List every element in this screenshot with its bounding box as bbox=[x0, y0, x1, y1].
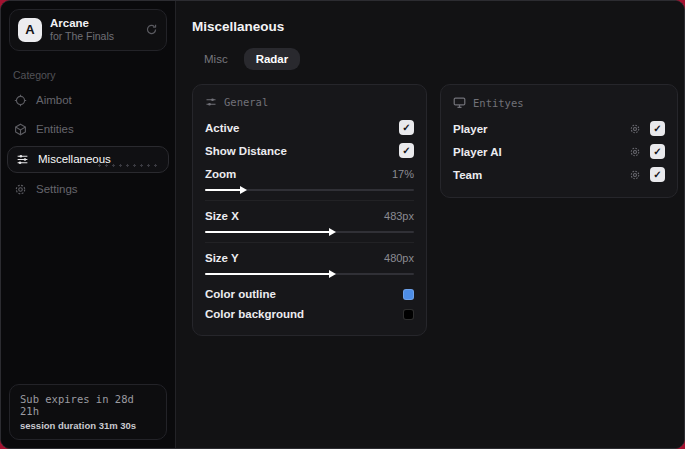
color-outline-swatch[interactable] bbox=[403, 289, 414, 300]
slider-label: Zoom bbox=[205, 168, 236, 180]
slider-value: 483px bbox=[384, 210, 414, 222]
sidebar-item-aimbot[interactable]: Aimbot bbox=[1, 87, 175, 114]
entity-row-player-ai: Player AI ✓ bbox=[453, 140, 665, 163]
color-outline-row: Color outline bbox=[205, 284, 414, 304]
gear-icon[interactable] bbox=[629, 123, 641, 135]
sidebar-item-label: Settings bbox=[36, 183, 78, 195]
brand-card: A Arcane for The Finals bbox=[9, 9, 167, 51]
toggle-label: Show Distance bbox=[205, 145, 287, 157]
app-window: A Arcane for The Finals Category Aimbot bbox=[0, 0, 685, 449]
refresh-icon[interactable] bbox=[145, 23, 158, 36]
slider-value: 17% bbox=[392, 168, 414, 180]
dots-decoration bbox=[96, 162, 158, 169]
divider bbox=[205, 242, 414, 243]
entity-label: Player AI bbox=[453, 146, 502, 158]
gear-icon bbox=[14, 183, 27, 196]
tab-radar[interactable]: Radar bbox=[244, 48, 301, 70]
slider-label: Size X bbox=[205, 210, 239, 222]
category-label: Category bbox=[13, 69, 163, 81]
gear-icon[interactable] bbox=[629, 146, 641, 158]
slider-value: 480px bbox=[384, 252, 414, 264]
toggle-row-show-distance: Show Distance ✓ bbox=[205, 139, 414, 162]
monitor-icon bbox=[453, 96, 466, 109]
sidebar-item-label: Aimbot bbox=[36, 94, 72, 106]
crosshair-icon bbox=[14, 94, 27, 107]
session-duration-text: session duration 31m 30s bbox=[20, 420, 156, 431]
toggle-row-active: Active ✓ bbox=[205, 116, 414, 139]
active-checkbox[interactable]: ✓ bbox=[399, 120, 414, 135]
page-title: Miscellaneous bbox=[192, 19, 678, 34]
size-x-slider[interactable] bbox=[205, 231, 414, 233]
sidebar: A Arcane for The Finals Category Aimbot bbox=[1, 1, 176, 448]
sidebar-item-label: Entities bbox=[36, 123, 74, 135]
general-panel: General Active ✓ Show Distance ✓ Zoom 17… bbox=[192, 84, 427, 336]
slider-thumb[interactable] bbox=[329, 270, 336, 278]
sidebar-item-settings[interactable]: Settings bbox=[1, 176, 175, 203]
general-panel-header: General bbox=[205, 96, 414, 108]
entity-label: Player bbox=[453, 123, 488, 135]
cube-icon bbox=[14, 123, 27, 136]
slider-thumb[interactable] bbox=[240, 186, 247, 194]
toggle-label: Active bbox=[205, 122, 240, 134]
team-checkbox[interactable]: ✓ bbox=[650, 167, 665, 182]
entity-row-team: Team ✓ bbox=[453, 163, 665, 186]
entities-panel-header: Entityes bbox=[453, 96, 665, 109]
brand-text: Arcane for The Finals bbox=[50, 16, 137, 44]
sidebar-item-entities[interactable]: Entities bbox=[1, 116, 175, 143]
zoom-slider-group: Zoom 17% bbox=[205, 164, 414, 191]
tab-bar: Misc Radar bbox=[192, 48, 678, 70]
main-content: Miscellaneous Misc Radar General bbox=[176, 1, 685, 448]
size-y-slider[interactable] bbox=[205, 273, 414, 275]
color-label: Color background bbox=[205, 308, 304, 320]
size-x-slider-group: Size X 483px bbox=[205, 206, 414, 233]
gear-icon[interactable] bbox=[629, 169, 641, 181]
zoom-slider[interactable] bbox=[205, 189, 414, 191]
brand-title: Arcane bbox=[50, 16, 137, 30]
player-checkbox[interactable]: ✓ bbox=[650, 121, 665, 136]
tab-misc[interactable]: Misc bbox=[192, 48, 240, 70]
player-ai-checkbox[interactable]: ✓ bbox=[650, 144, 665, 159]
slider-thumb[interactable] bbox=[329, 228, 336, 236]
entity-label: Team bbox=[453, 169, 482, 181]
entity-row-player: Player ✓ bbox=[453, 117, 665, 140]
brand-subtitle: for The Finals bbox=[50, 30, 137, 43]
entities-panel-title: Entityes bbox=[473, 97, 524, 109]
sliders-icon bbox=[16, 153, 29, 166]
divider bbox=[205, 200, 414, 201]
sidebar-nav: Aimbot Entities bbox=[1, 87, 175, 203]
color-background-row: Color background bbox=[205, 304, 414, 324]
subscription-card: Sub expires in 28d 21h session duration … bbox=[9, 384, 167, 440]
color-background-swatch[interactable] bbox=[403, 309, 414, 320]
show-distance-checkbox[interactable]: ✓ bbox=[399, 143, 414, 158]
color-label: Color outline bbox=[205, 288, 276, 300]
general-panel-title: General bbox=[224, 96, 268, 108]
panels-row: General Active ✓ Show Distance ✓ Zoom 17… bbox=[192, 84, 678, 336]
sliders-small-icon bbox=[205, 96, 217, 108]
entities-panel: Entityes Player ✓ Player AI bbox=[440, 84, 678, 198]
size-y-slider-group: Size Y 480px bbox=[205, 248, 414, 275]
brand-logo: A bbox=[18, 18, 42, 42]
slider-label: Size Y bbox=[205, 252, 239, 264]
sub-expiry-text: Sub expires in 28d 21h bbox=[20, 393, 156, 417]
sidebar-item-miscellaneous[interactable]: Miscellaneous bbox=[7, 146, 169, 173]
